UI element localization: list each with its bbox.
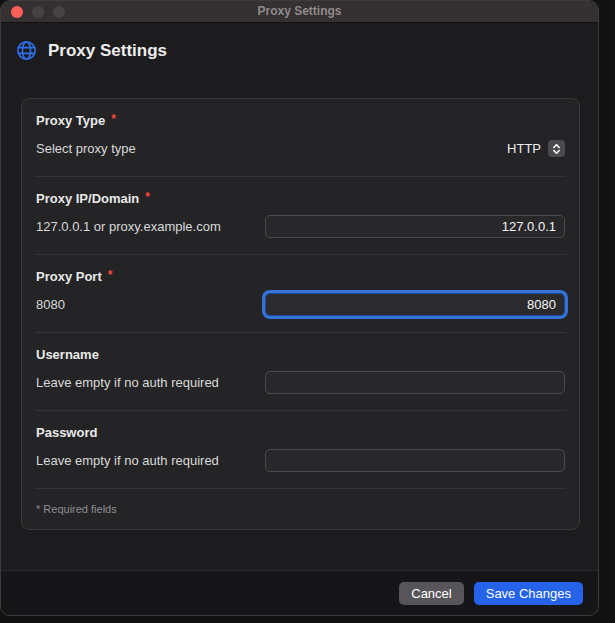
field-label: Proxy IP/Domain * [36,191,565,206]
required-marker: * [108,268,113,282]
field-description: 127.0.0.1 or proxy.example.com [36,219,221,234]
proxy-ip-input[interactable] [265,215,565,238]
field-description: Leave empty if no auth required [36,375,219,390]
field-label: Proxy Port * [36,269,565,284]
globe-icon [15,39,38,62]
password-input[interactable] [265,449,565,472]
required-marker: * [145,190,150,204]
form-card: Proxy Type * Select proxy type HTTP [21,98,580,530]
field-description: Leave empty if no auth required [36,453,219,468]
field-row-proxy-ip: Proxy IP/Domain * 127.0.0.1 or proxy.exa… [35,177,566,255]
proxy-ip-label: Proxy IP/Domain [36,191,139,206]
field-row-password: Password Leave empty if no auth required [35,411,566,489]
username-label: Username [36,347,99,362]
required-marker: * [111,112,116,126]
password-label: Password [36,425,97,440]
field-label: Proxy Type * [36,113,565,128]
titlebar[interactable]: Proxy Settings [1,1,598,23]
field-description: 8080 [36,297,65,312]
required-fields-note: * Required fields [35,489,566,529]
page-title: Proxy Settings [48,41,167,61]
chevron-up-down-icon [548,140,565,157]
field-description: Select proxy type [36,141,136,156]
selected-proxy-type: HTTP [507,141,541,156]
proxy-port-label: Proxy Port [36,269,102,284]
window-title: Proxy Settings [1,1,598,22]
proxy-port-input[interactable] [265,293,565,316]
proxy-type-label: Proxy Type [36,113,105,128]
cancel-button[interactable]: Cancel [399,582,463,605]
field-row-proxy-type: Proxy Type * Select proxy type HTTP [35,99,566,177]
dialog-header: Proxy Settings [1,23,598,74]
field-row-username: Username Leave empty if no auth required [35,333,566,411]
dialog-footer: Cancel Save Changes [1,570,598,615]
field-label: Password [36,425,565,440]
username-input[interactable] [265,371,565,394]
proxy-settings-window: Proxy Settings Proxy Settings Proxy Type… [0,0,599,616]
proxy-type-select[interactable]: HTTP [507,140,565,157]
save-changes-button[interactable]: Save Changes [474,582,583,605]
field-row-proxy-port: Proxy Port * 8080 [35,255,566,333]
field-label: Username [36,347,565,362]
